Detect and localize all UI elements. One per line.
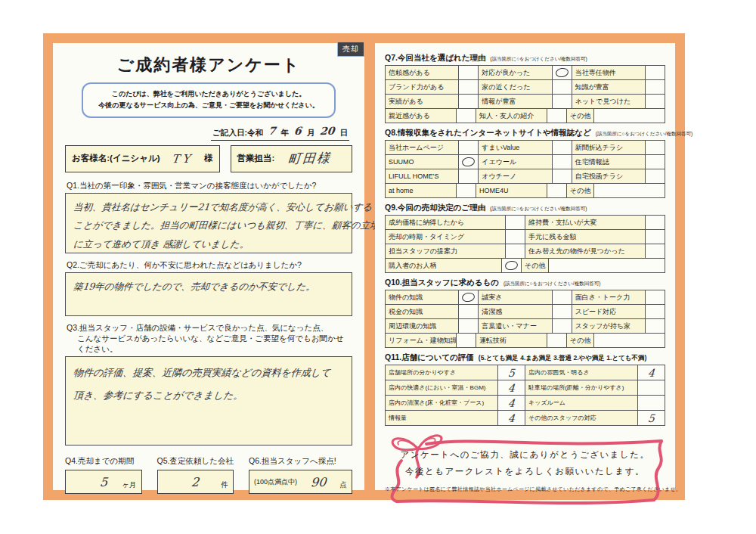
score-cell (637, 396, 665, 410)
mark-cell (645, 169, 665, 183)
option-label-cell: 住み替え先の物件が見つかった (525, 244, 645, 258)
mark-cell (552, 155, 572, 169)
table-row: 周辺環境の知識言葉遣い・マナースタッフが持ち家 (386, 318, 665, 333)
option-label-cell: 周辺環境の知識 (386, 319, 458, 333)
mark-cell (458, 80, 478, 94)
q8-title: Q8.情報収集をされたインターネットサイトや情報誌など (該当箇所に○をおつけく… (385, 128, 665, 138)
date-month-unit: 月 (307, 128, 315, 137)
mark-cell (645, 155, 665, 169)
option-label-cell: 新聞折込チラシ (572, 141, 645, 154)
q2-answer-box: 築19年の物件でしたので、売却できるのか不安でした。 (65, 272, 352, 316)
survey-title: ご成約者様アンケート (65, 54, 352, 76)
q3-label-line-2: こんなサービスがあったらいいな、などご意見・ご要望を何でもお聞かせください。 (67, 333, 351, 354)
table-row: 信頼感がある対応が良かった当社専任物件 (386, 66, 665, 79)
table-row: リフォーム・建物知識運転技術その他 (386, 333, 665, 347)
option-text: at home (389, 187, 414, 194)
table-row: 税金の知識清潔感スピード対応 (386, 304, 665, 318)
mark-cell (505, 244, 525, 258)
option-text: 清潔感 (482, 307, 502, 317)
option-text: その他 (525, 261, 545, 271)
q4-label: Q4.売却までの期間 (65, 456, 142, 467)
score-cell: 5 (497, 365, 525, 380)
option-text: 自宅投函チラシ (575, 172, 624, 182)
q1-answer-line-1: 当初、貴社名はセンチュリー21で知名度が高く、安心してお願いする (73, 198, 345, 216)
option-text: 成約価格に納得したから (389, 218, 464, 228)
mark-cell (645, 95, 665, 108)
name-fields-row: お客様名:(イニシャル) TY 様 営業担当: 町田様 (65, 145, 352, 172)
handwritten-score: 4 (507, 381, 515, 393)
customer-initials-handwritten: TY (160, 151, 205, 166)
mark-cell (645, 230, 665, 244)
table-row: ブランド力がある家の近くだった知識が豊富 (386, 79, 665, 94)
mark-cell (645, 290, 665, 304)
option-label-cell: キッズルーム (525, 396, 637, 410)
q6-scale-note: (100点満点中) (254, 477, 297, 487)
option-text: その他 (570, 111, 590, 121)
write-in-cell (593, 334, 665, 347)
q6-score-handwritten: 90 (310, 475, 327, 489)
option-label-cell: 家の近くだった (478, 80, 551, 94)
option-text: 言葉遣い・マナー (482, 321, 537, 331)
q11-scale-note: (5.とても満足 4.まあ満足 3.普通 2.やや満足 1.とても不満) (479, 354, 647, 362)
option-text: リフォーム・建物知識 (389, 336, 456, 346)
write-in-cell (593, 109, 665, 123)
handwritten-score: 4 (507, 411, 515, 424)
q11-title: Q11.店舗についての評価 (5.とても満足 4.まあ満足 3.普通 2.やや満… (385, 352, 665, 363)
date-underline: ご記入日:令和 7 年 6 月 20 日 (211, 126, 349, 141)
agent-name-handwritten: 町田様 (274, 149, 346, 168)
q2-answer-line-1: 築19年の物件でしたので、売却できるのか不安でした。 (73, 278, 345, 296)
option-label-cell: スピード対応 (572, 305, 645, 318)
table-row: at homeHOME4Uその他 (386, 183, 665, 197)
mark-cell (645, 216, 665, 229)
customer-name-field: お客様名:(イニシャル) TY 様 (65, 145, 220, 172)
mark-cell (458, 155, 478, 169)
handwritten-circle-mark (555, 67, 569, 79)
option-label-cell: 店舗場所の分かりやすさ (386, 365, 497, 380)
option-text: 知人・友人の紹介 (479, 111, 534, 121)
option-label-cell: 当社ホームページ (386, 141, 458, 154)
q6-unit: 点 (340, 480, 348, 490)
option-label-cell: すまいValue (478, 141, 551, 154)
option-text: 周辺環境の知識 (389, 321, 436, 331)
mark-cell (552, 305, 572, 318)
option-text: 親近感がある (389, 111, 430, 121)
option-text: 維持費・支払いが大変 (528, 218, 596, 228)
option-label-cell: 担当スタッフの提案力 (386, 244, 505, 258)
option-text: 店内の雰囲気・明るさ (528, 368, 590, 377)
other-label-cell: その他 (566, 109, 593, 123)
handwritten-score: 5 (647, 411, 655, 424)
option-text: HOME4U (479, 187, 509, 194)
option-label-cell: 情報が豊富 (478, 95, 551, 108)
option-label-cell: 購入者のお人柄 (386, 259, 501, 272)
handwritten-circle-mark (504, 260, 519, 272)
q7-instruction-note: (該当箇所に○をおつけください/複数回答可) (490, 56, 587, 61)
option-text: 信頼感がある (389, 68, 430, 78)
option-label-cell: 手元に残る金額 (525, 230, 645, 244)
date-day-handwritten: 20 (316, 124, 338, 136)
table-row: 当社ホームページすまいValue新聞折込チラシ (386, 141, 665, 154)
mark-cell (547, 109, 566, 123)
q8-instruction-note: (該当箇所に○をおつけください/複数回答可) (596, 131, 692, 136)
mark-cell (645, 244, 665, 258)
option-label-cell: 親近感がある (386, 109, 456, 123)
option-label-cell: 当社専任物件 (572, 66, 645, 79)
q6-field: Q6.担当スタッフへ採点! (100点満点中) 90 点 (249, 456, 352, 494)
survey-page-left: ご成約者様アンケート このたびは、弊社をご利用いただきありがとうございました。 … (53, 43, 364, 490)
option-label-cell: at home (386, 184, 456, 197)
table-row: 物件の知識誠実さ面白さ・トーク力 (386, 290, 665, 304)
q3-answer-box: 物件の評価、提案、近隣の売買実績などの資料を作成して 頂き、参考にすることができ… (65, 356, 352, 446)
date-prefix: ご記入日:令和 (212, 128, 263, 137)
option-label-cell: 売却の時期・タイミング (386, 230, 505, 244)
table-row: 店内の清潔さ(床・化粧室・ブース)4キッズルーム (386, 395, 665, 410)
q1-label: Q1.当社の第一印象・雰囲気・営業マンの接客態度はいかがでしたか? (67, 180, 351, 191)
option-label-cell: 店内の快適さ(におい・室温・BGM) (386, 380, 497, 395)
q11-title-text: Q11.店舗についての評価 (385, 352, 474, 362)
q10-instruction-note: (該当箇所に○をおつけください/複数回答可) (503, 281, 600, 286)
mark-cell (505, 216, 525, 229)
option-text: 当社ホームページ (389, 143, 444, 153)
option-text: 住宅情報誌 (575, 157, 609, 167)
option-text: SUUMO (389, 158, 414, 166)
option-text: ネットで見つけた (575, 97, 631, 107)
option-text: 誠実さ (482, 293, 502, 303)
option-label-cell: 知人・友人の紹介 (476, 109, 547, 123)
